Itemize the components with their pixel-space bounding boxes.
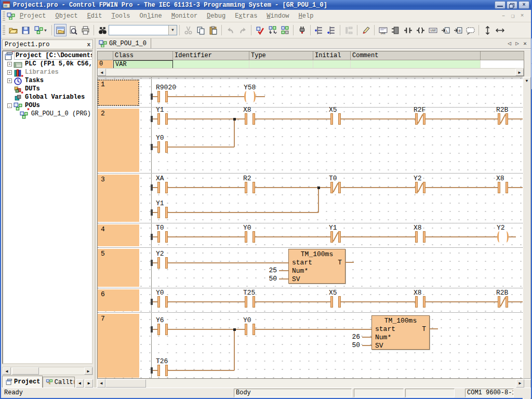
contact-bar[interactable] <box>157 296 160 308</box>
contact-label-x8[interactable]: X8 <box>414 224 422 232</box>
contact-bar[interactable] <box>165 207 168 218</box>
table-cell-comment[interactable] <box>351 60 481 69</box>
block-input-value[interactable]: 50 <box>261 275 277 283</box>
contact-bar[interactable] <box>245 113 247 125</box>
contact-bar[interactable] <box>157 182 160 193</box>
contact-bar[interactable] <box>338 113 341 125</box>
scroll-thumb[interactable] <box>105 379 146 388</box>
combo-dropdown-icon[interactable]: ▼ <box>168 25 177 35</box>
contact-bar[interactable] <box>165 182 168 193</box>
ladder-diagram[interactable]: 1R9020Y582Y1X8X5R2FR2BY03XAR2T0Y2X8Y14T0… <box>97 77 524 379</box>
menu-help[interactable]: Help <box>294 11 318 21</box>
tab-project[interactable]: Project <box>2 376 43 388</box>
rung-number-cell[interactable]: 6 <box>98 289 139 311</box>
table-horizontal-scrollbar[interactable]: ◀▶ <box>98 68 524 76</box>
contact-bar[interactable] <box>157 324 160 335</box>
compile-incremental-button[interactable] <box>266 24 278 36</box>
table-cell-initial[interactable] <box>313 60 351 69</box>
nav-next-icon[interactable]: ▷ <box>513 40 521 47</box>
contact-bar[interactable] <box>165 91 168 102</box>
contact-label-y0[interactable]: Y0 <box>156 289 164 297</box>
contact-bar[interactable] <box>252 113 255 125</box>
rung-number-cell[interactable]: 7 <box>98 314 139 378</box>
contact-bar[interactable] <box>245 324 247 335</box>
paste-button[interactable] <box>207 24 219 36</box>
size-horizontal-button[interactable] <box>494 24 506 36</box>
contact-bar[interactable] <box>415 231 418 243</box>
mdi-restore-button[interactable]: ❏ <box>508 12 517 19</box>
contact-bar[interactable] <box>423 231 425 243</box>
contact-bar[interactable] <box>157 231 160 243</box>
contact-label-y6[interactable]: Y6 <box>156 316 164 324</box>
contact-bar[interactable] <box>506 296 508 308</box>
contact-bar[interactable] <box>157 91 160 102</box>
ladder-horizontal-scrollbar[interactable]: ◀ ▶ <box>97 379 524 388</box>
open-project-button[interactable] <box>7 24 19 36</box>
navigator-button[interactable] <box>54 24 66 36</box>
scroll-left-icon[interactable]: ◀ <box>97 379 105 388</box>
block-input-value[interactable]: 50 <box>344 341 360 349</box>
contact-label-r2[interactable]: R2 <box>243 175 251 182</box>
compile-all-button[interactable] <box>278 24 291 36</box>
contact-bar[interactable] <box>330 296 333 308</box>
menu-extras[interactable]: Extras <box>230 11 262 21</box>
expand-icon[interactable]: + <box>7 70 12 75</box>
contact-bar[interactable] <box>330 113 333 125</box>
contact-bar[interactable] <box>165 365 168 376</box>
contact-label-y0[interactable]: Y0 <box>243 316 251 324</box>
timer-block-tm_100ms[interactable]: TM_100msstartTNum*SV <box>371 315 430 350</box>
contact-label-r2b[interactable]: R2B <box>496 289 508 297</box>
tree-item-libraries[interactable]: +Libraries <box>3 68 92 76</box>
rung-1-cell[interactable]: 1 <box>98 79 139 106</box>
insert-network-below-button[interactable] <box>313 24 325 36</box>
contact-bar[interactable] <box>245 182 247 193</box>
menu-tools[interactable]: Tools <box>107 11 135 21</box>
contact-bar[interactable] <box>252 296 255 308</box>
contact-bar[interactable] <box>165 231 168 243</box>
menu-object[interactable]: Object <box>50 11 82 21</box>
tabs-scroll-left-icon[interactable]: ◀ <box>76 379 84 388</box>
copy-button[interactable] <box>194 24 207 36</box>
contact-bar[interactable] <box>165 141 168 153</box>
menu-online[interactable]: Online <box>135 11 166 21</box>
insert-var-declaration-button[interactable]: VAR <box>427 24 439 36</box>
insert-contact-button[interactable] <box>402 24 414 36</box>
rung-number-cell[interactable]: 5 <box>98 249 139 287</box>
table-cell-type[interactable] <box>249 60 313 69</box>
dropdown-arrow-icon[interactable]: ▼ <box>44 28 47 33</box>
block-input-value[interactable]: 26 <box>344 333 360 341</box>
contact-bar[interactable] <box>157 141 160 153</box>
new-pou-button[interactable]: ▼ <box>32 24 49 36</box>
save-project-button[interactable] <box>19 24 32 36</box>
contact-bar[interactable] <box>498 182 500 193</box>
mdi-close-button[interactable]: × <box>517 12 527 19</box>
close-button[interactable]: × <box>518 1 529 9</box>
tree-item-project-c-documents[interactable]: *Project [C:\Documents <box>3 51 92 60</box>
contact-bar[interactable] <box>415 296 418 308</box>
contact-label-r2f[interactable]: R2F <box>414 106 425 114</box>
size-vertical-button[interactable] <box>481 24 494 36</box>
tree-item-pous[interactable]: -POUs <box>3 101 92 110</box>
contact-label-t25[interactable]: T25 <box>243 289 255 297</box>
menu-monitor[interactable]: Monitor <box>167 11 202 21</box>
tree-item-global-variables[interactable]: *Global Variables <box>3 93 92 101</box>
scroll-left-icon[interactable]: ◀ <box>98 69 106 76</box>
insert-variable-button[interactable]: VAR <box>377 24 389 36</box>
search-combo-input[interactable] <box>109 25 168 35</box>
contact-bar[interactable] <box>252 324 255 335</box>
contact-bar[interactable] <box>252 231 255 243</box>
scroll-thumb[interactable] <box>12 367 39 375</box>
contact-label-y1[interactable]: Y1 <box>329 224 337 232</box>
contact-label-y0[interactable]: Y0 <box>156 134 164 142</box>
table-cell-class[interactable]: VAR <box>113 60 173 69</box>
coil-label[interactable]: Y2 <box>497 224 505 232</box>
tree-item-duts[interactable]: DUTs <box>3 85 92 93</box>
contact-label-y1[interactable]: Y1 <box>156 106 164 114</box>
rung-4-cell[interactable]: 4 <box>98 224 139 246</box>
contact-bar[interactable] <box>157 113 160 125</box>
nav-prev-icon[interactable]: ◁ <box>506 40 513 47</box>
editor-close-icon[interactable]: ✕ <box>521 40 529 47</box>
menu-edit[interactable]: Edit <box>83 11 107 21</box>
menu-debug[interactable]: Debug <box>202 11 230 21</box>
scroll-right-icon[interactable]: ▶ <box>84 367 92 375</box>
